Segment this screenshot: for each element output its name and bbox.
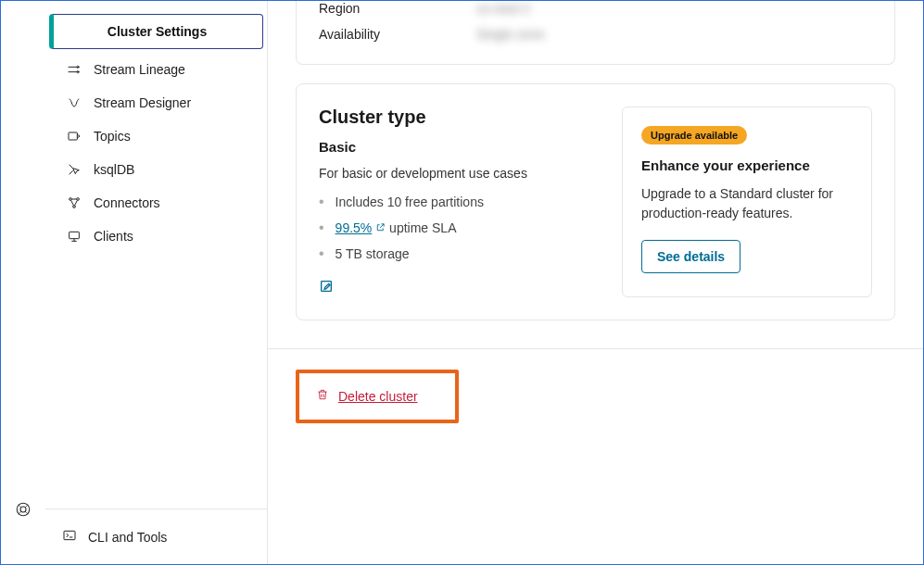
help-icon[interactable] — [15, 501, 32, 521]
cluster-tier: Basic — [319, 139, 600, 155]
sidebar-item-label: ksqlDB — [94, 162, 134, 177]
lineage-icon — [66, 62, 82, 77]
svg-line-3 — [25, 505, 28, 508]
svg-point-1 — [20, 507, 26, 512]
divider — [268, 348, 923, 349]
trash-icon — [316, 388, 329, 405]
cluster-description: For basic or development use cases — [319, 166, 600, 181]
external-link-icon — [375, 222, 386, 232]
svg-point-7 — [70, 198, 72, 201]
svg-point-8 — [77, 198, 80, 201]
bullet-sla: 99.5% uptime SLA — [319, 220, 600, 236]
designer-icon — [66, 95, 82, 110]
connectors-icon — [66, 195, 82, 210]
sidebar-item-label: Cluster Settings — [108, 24, 207, 39]
sidebar-item-label: Clients — [94, 229, 133, 244]
sidebar-item-stream-designer[interactable]: Stream Designer — [49, 86, 263, 119]
sidebar: Cluster Settings Stream Lineage Stream D… — [45, 1, 268, 564]
sidebar-item-ksqldb[interactable]: ksqlDB — [49, 153, 263, 186]
overview-card: Region us-east-2 Availability Single zon… — [296, 1, 895, 65]
terminal-icon — [62, 528, 77, 546]
clients-icon — [66, 229, 82, 244]
region-value: us-east-2 — [476, 1, 530, 16]
cluster-type-card: Cluster type Basic For basic or developm… — [296, 83, 895, 320]
main-content: Region us-east-2 Availability Single zon… — [268, 1, 923, 564]
sidebar-item-stream-lineage[interactable]: Stream Lineage — [49, 53, 263, 86]
delete-cluster-button[interactable]: Delete cluster — [296, 370, 459, 423]
svg-rect-6 — [69, 132, 77, 140]
sidebar-item-label: Stream Lineage — [94, 62, 185, 77]
delete-cluster-label: Delete cluster — [338, 389, 418, 404]
cluster-type-heading: Cluster type — [319, 107, 600, 128]
topics-icon — [66, 129, 82, 144]
sidebar-item-topics[interactable]: Topics — [49, 119, 263, 153]
svg-point-9 — [73, 206, 76, 208]
edit-cluster-button[interactable] — [319, 279, 600, 297]
upgrade-description: Upgrade to a Standard cluster for produc… — [641, 184, 853, 223]
sidebar-footer-label: CLI and Tools — [88, 530, 167, 545]
see-details-button[interactable]: See details — [641, 240, 740, 273]
ksqldb-icon — [66, 162, 82, 177]
sla-link[interactable]: 99.5% — [335, 220, 373, 235]
sidebar-item-label: Connectors — [94, 195, 160, 210]
sidebar-item-cli-tools[interactable]: CLI and Tools — [45, 508, 267, 564]
global-rail — [1, 1, 45, 564]
bullet-storage: 5 TB storage — [319, 245, 600, 262]
sidebar-item-label: Topics — [94, 129, 131, 144]
bullet-partitions: Includes 10 free partitions — [319, 194, 600, 210]
upgrade-panel: Upgrade available Enhance your experienc… — [622, 107, 872, 297]
sidebar-item-label: Stream Designer — [94, 95, 191, 110]
upgrade-badge: Upgrade available — [641, 126, 747, 144]
svg-line-5 — [25, 511, 28, 514]
availability-value: Single zone — [476, 27, 544, 42]
svg-rect-11 — [64, 531, 75, 539]
upgrade-heading: Enhance your experience — [641, 157, 853, 173]
svg-line-4 — [18, 511, 20, 514]
availability-label: Availability — [319, 27, 402, 42]
sidebar-item-connectors[interactable]: Connectors — [49, 186, 263, 220]
sidebar-item-clients[interactable]: Clients — [49, 220, 263, 253]
svg-line-2 — [18, 505, 20, 508]
region-label: Region — [319, 1, 402, 16]
svg-rect-10 — [70, 232, 80, 238]
sidebar-item-cluster-settings[interactable]: Cluster Settings — [49, 14, 263, 49]
